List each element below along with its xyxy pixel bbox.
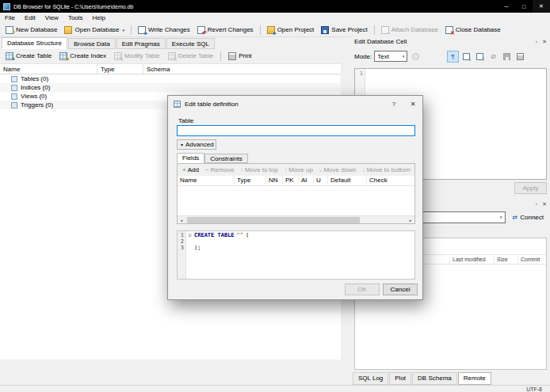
horizontal-scrollbar[interactable]: ◂ ▸ (178, 215, 414, 223)
scrollbar-thumb[interactable] (187, 217, 360, 223)
minimize-button[interactable]: ─ (498, 0, 515, 13)
apply-button[interactable]: Apply (514, 182, 547, 194)
save-project-button[interactable]: Save Project (318, 25, 370, 36)
maximize-button[interactable]: □ (515, 0, 533, 13)
export-button[interactable]: ↑ (474, 51, 486, 63)
table-name-input[interactable] (177, 125, 415, 136)
tab-execute-sql[interactable]: Execute SQL (166, 38, 215, 49)
close-button[interactable]: ✕ (533, 0, 550, 13)
print-button[interactable]: Print (225, 51, 254, 62)
menu-tools[interactable]: Tools (63, 13, 88, 24)
scroll-right-icon[interactable]: ▸ (407, 216, 414, 224)
close-database-button[interactable]: ✕ Close Database (442, 25, 504, 36)
fields-column-default[interactable]: Default (328, 176, 367, 185)
edit-cell-dock-title: Edit Database Cell (354, 37, 407, 47)
ok-button[interactable]: OK (345, 284, 380, 295)
main-toolbar: * New Database Open Database ▾ ▸ Write C… (0, 24, 550, 37)
status-bar: UTF-8 (0, 385, 550, 392)
dialog-close-button[interactable]: ✕ (403, 96, 422, 112)
move-up-button[interactable]: ↑ Move up (282, 166, 315, 174)
cancel-button[interactable]: Cancel (383, 284, 418, 295)
print-cell-button[interactable] (514, 51, 526, 63)
import-button[interactable]: ↓ (460, 51, 472, 63)
move-down-button[interactable]: ↓ Move down (317, 166, 358, 174)
edit-cell-toolbar: Mode: Text ▾ ¶ ↓ ↑ Ø (351, 48, 550, 65)
line-number: 2 (178, 238, 184, 245)
column-header-type[interactable]: Type (97, 64, 143, 74)
open-database-dropdown-icon[interactable]: ▾ (123, 28, 125, 32)
modify-table-button[interactable]: ✎ Modify Table (111, 51, 163, 62)
move-to-top-button[interactable]: ↑ Move to top (238, 166, 280, 174)
move-to-bottom-button[interactable]: ↓ Move to bottom (360, 166, 413, 174)
tab-edit-pragmas[interactable]: Edit Pragmas (116, 38, 166, 49)
advanced-toggle[interactable]: ▾ Advanced (177, 139, 216, 150)
tab-sql-log[interactable]: SQL Log (353, 372, 388, 385)
edit-cell-dock-header: Edit Database Cell ▫ ✕ (351, 36, 550, 47)
fields-column-u[interactable]: U (314, 176, 328, 185)
close-database-icon: ✕ (445, 26, 453, 34)
menu-help[interactable]: Help (88, 13, 110, 24)
attach-database-button[interactable]: ∞ Attach Database (378, 25, 441, 36)
tab-constraints[interactable]: Constraints (204, 154, 247, 163)
fold-icon[interactable]: ⊟ (186, 232, 193, 238)
word-wrap-button[interactable]: ¶ (447, 51, 459, 63)
fields-column-name[interactable]: Name (178, 176, 235, 185)
auto-detect-icon (412, 53, 419, 60)
open-project-button[interactable]: ▸ Open Project (264, 25, 318, 36)
new-database-button[interactable]: * New Database (2, 25, 60, 36)
auto-detect-button[interactable] (410, 51, 422, 63)
fields-column-nn[interactable]: NN (266, 176, 283, 185)
tab-plot[interactable]: Plot (389, 372, 411, 385)
edit-table-dialog: Edit table definition ? ✕ Table ▾ Advanc… (167, 95, 423, 300)
sql-paren: ( (246, 232, 249, 238)
tab-browse-data[interactable]: Browse Data (68, 38, 116, 49)
remove-field-button[interactable]: − Remove (203, 166, 236, 174)
remote-column-commit[interactable]: Commit (518, 255, 546, 264)
fields-column-check[interactable]: Check (367, 176, 414, 185)
open-database-button[interactable]: Open Database ▾ (61, 25, 128, 36)
tree-item-tables[interactable]: Tables (0) (0, 74, 341, 83)
remote-column-last-modified[interactable]: Last modified (450, 255, 495, 264)
tab-remote[interactable]: Remote (458, 372, 491, 385)
remote-column-size[interactable]: Size (495, 255, 518, 264)
dock-float-icon[interactable]: ▫ (536, 201, 537, 207)
dock-close-icon[interactable]: ✕ (542, 39, 547, 45)
tree-item-indices[interactable]: Indices (0) (0, 83, 341, 92)
advanced-arrow-icon: ▾ (181, 142, 183, 147)
dock-close-icon[interactable]: ✕ (542, 201, 547, 207)
mode-select[interactable]: Text ▾ (374, 51, 407, 62)
remove-icon: − (205, 166, 209, 173)
create-index-button[interactable]: ▾ Create Index (56, 51, 109, 62)
toolbar-separator (131, 25, 132, 35)
fields-column-pk[interactable]: PK (283, 176, 299, 185)
dialog-help-button[interactable]: ? (384, 96, 403, 112)
menu-file[interactable]: File (0, 13, 20, 24)
scrollbar-track[interactable] (185, 216, 407, 224)
set-null-button[interactable]: Ø (487, 51, 499, 63)
fields-list[interactable] (178, 186, 414, 215)
column-header-name[interactable]: Name (0, 64, 97, 74)
scroll-left-icon[interactable]: ◂ (178, 216, 185, 224)
menu-edit[interactable]: Edit (20, 13, 40, 24)
tab-db-schema[interactable]: DB Schema (412, 372, 457, 385)
column-header-schema[interactable]: Schema (143, 64, 341, 74)
indices-icon (11, 85, 17, 91)
menu-view[interactable]: View (40, 13, 63, 24)
fields-column-ai[interactable]: AI (299, 176, 314, 185)
write-changes-button[interactable]: ▸ Write Changes (135, 25, 193, 36)
delete-table-button[interactable]: ✕ Delete Table (165, 51, 216, 62)
connect-icon: ⇄ (513, 214, 518, 221)
tab-fields[interactable]: Fields (177, 153, 204, 163)
export-icon: ↑ (476, 53, 483, 60)
tab-database-structure[interactable]: Database Structure (2, 37, 67, 49)
sql-preview[interactable]: 1 2 3 ⊟ CREATE TABLE "" ( ); (177, 230, 415, 280)
create-table-button[interactable]: + Create Table (2, 51, 55, 62)
save-cell-button[interactable] (501, 51, 513, 63)
dialog-title: Edit table definition (185, 101, 239, 108)
add-field-button[interactable]: + Add (180, 166, 201, 174)
dock-float-icon[interactable]: ▫ (536, 39, 537, 45)
connect-button[interactable]: ⇄ Connect (510, 211, 548, 223)
revert-changes-button[interactable]: ↶ Revert Changes (194, 25, 257, 36)
fields-column-type[interactable]: Type (235, 176, 266, 185)
encoding-indicator[interactable]: UTF-8 (526, 386, 542, 392)
